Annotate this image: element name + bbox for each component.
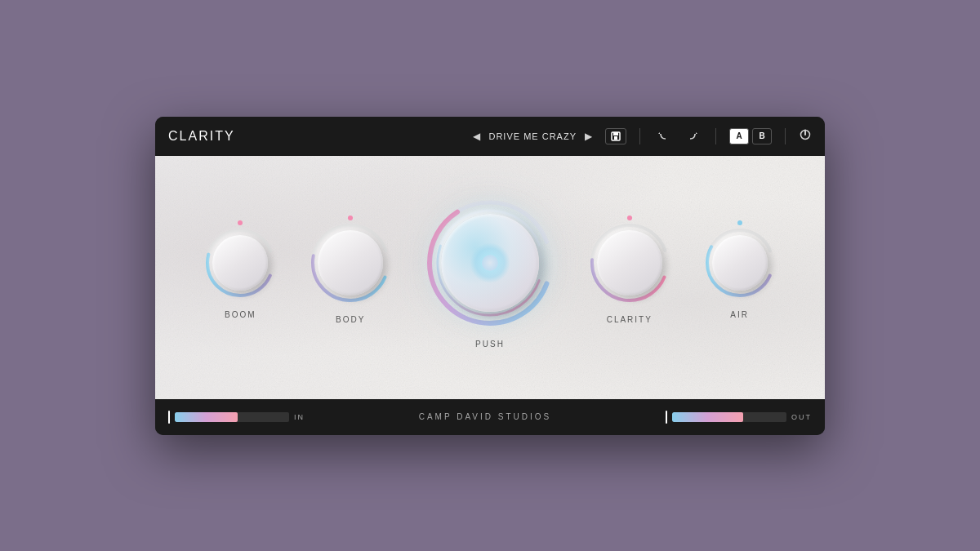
undo-button[interactable]	[653, 129, 673, 144]
output-meter-track	[672, 412, 786, 422]
clarity-label: CLARITY	[607, 315, 653, 324]
boom-accent-dot	[238, 220, 243, 225]
boom-knob-wrapper[interactable]	[204, 227, 276, 299]
clarity-knob-body[interactable]	[597, 230, 662, 295]
body-knob-wrapper[interactable]	[310, 222, 391, 304]
output-needle	[666, 411, 667, 424]
preset-navigation: ◀ DRIVE ME CRAZY ▶	[470, 129, 595, 144]
input-meter-track	[175, 412, 289, 422]
air-accent-dot	[737, 220, 742, 225]
input-needle	[168, 411, 170, 424]
boom-label: BOOM	[225, 310, 256, 319]
preset-name: DRIVE ME CRAZY	[488, 131, 577, 141]
divider-2	[715, 128, 716, 144]
push-knob-wrapper[interactable]	[425, 198, 555, 328]
output-meter-section: OUT	[666, 411, 812, 424]
input-meter-label: IN	[294, 413, 305, 421]
plugin-window: CLARITY ◀ DRIVE ME CRAZY ▶	[155, 117, 825, 435]
footer: IN CAMP DAVID STUDIOS OUT	[155, 399, 825, 435]
air-knob-group: AIR	[704, 227, 776, 319]
clarity-knob-group: CLARITY	[589, 222, 670, 324]
body-knob-group: BODY	[310, 222, 391, 324]
body-label: BODY	[336, 315, 365, 324]
output-meter-fill	[672, 412, 743, 422]
svg-rect-1	[613, 132, 618, 136]
brand-text: CAMP DAVID STUDIOS	[419, 412, 552, 421]
air-knob-wrapper[interactable]	[704, 227, 776, 299]
output-meter-label: OUT	[791, 413, 812, 421]
footer-brand: CAMP DAVID STUDIOS	[305, 412, 666, 421]
main-area: BOOM BODY	[155, 156, 825, 399]
boom-knob-body[interactable]	[212, 235, 268, 291]
plugin-title: CLARITY	[168, 129, 235, 144]
prev-preset-button[interactable]: ◀	[470, 129, 483, 144]
power-button[interactable]	[799, 128, 812, 144]
save-button[interactable]	[605, 128, 626, 144]
divider-3	[785, 128, 786, 144]
body-knob-body[interactable]	[318, 230, 383, 295]
svg-rect-2	[614, 136, 617, 140]
input-meter-fill	[175, 412, 238, 422]
divider-1	[639, 128, 640, 144]
body-accent-dot	[348, 216, 353, 220]
clarity-knob-wrapper[interactable]	[589, 222, 670, 304]
push-center-spot	[482, 255, 498, 271]
push-inner-glow	[470, 242, 510, 283]
push-label: PUSH	[475, 340, 505, 349]
boom-knob-group: BOOM	[204, 227, 276, 319]
push-knob-body[interactable]	[441, 214, 539, 312]
ab-group: A B	[729, 128, 772, 144]
air-knob-body[interactable]	[712, 235, 768, 291]
air-label: AIR	[730, 310, 749, 319]
ab-b-button[interactable]: B	[752, 128, 772, 144]
next-preset-button[interactable]: ▶	[581, 129, 595, 144]
input-meter-section: IN	[168, 411, 305, 424]
clarity-accent-dot	[627, 216, 632, 220]
redo-button[interactable]	[683, 129, 702, 144]
ab-a-button[interactable]: A	[729, 128, 749, 144]
push-knob-group: PUSH	[425, 198, 555, 349]
header: CLARITY ◀ DRIVE ME CRAZY ▶	[155, 117, 825, 156]
